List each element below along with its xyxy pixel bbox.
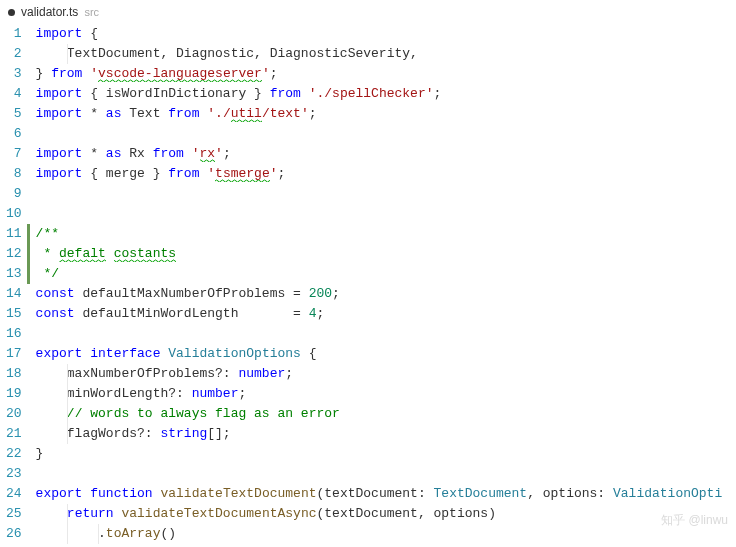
indent-guide-icon	[67, 44, 68, 64]
code-token: ;	[270, 66, 278, 81]
watermark: 知乎 @linwu	[661, 512, 728, 529]
code-token: ;	[238, 386, 246, 401]
code-line[interactable]: export function validateTextDocument(tex…	[36, 484, 723, 504]
code-token: export	[36, 346, 83, 361]
code-token: '	[262, 66, 270, 81]
code-token: *	[36, 246, 59, 261]
code-token: flagWords?:	[36, 426, 161, 441]
code-token: // words to always flag as an error	[67, 406, 340, 421]
code-token: '	[90, 66, 98, 81]
code-token: from	[168, 166, 199, 181]
code-line[interactable]: import {	[36, 24, 723, 44]
code-token: '	[270, 166, 278, 181]
code-token: '	[207, 166, 215, 181]
code-line[interactable]: flagWords?: string[];	[36, 424, 723, 444]
line-number: 25	[6, 504, 22, 524]
line-number: 8	[6, 164, 22, 184]
line-number: 22	[6, 444, 22, 464]
code-token: ValidationOptions	[168, 346, 301, 361]
line-number: 4	[6, 84, 22, 104]
editor[interactable]: 1234567891011121314151617181920212223242…	[0, 24, 736, 544]
code-area[interactable]: import { TextDocument, Diagnostic, Diagn…	[36, 24, 723, 544]
code-token: './	[207, 106, 230, 121]
code-token: from	[270, 86, 301, 101]
code-token: { merge }	[82, 166, 168, 181]
code-token: interface	[90, 346, 160, 361]
line-number: 13	[6, 264, 22, 284]
line-number: 23	[6, 464, 22, 484]
code-line[interactable]: import * as Rx from 'rx';	[36, 144, 723, 164]
code-line[interactable]: } from 'vscode-languageserver';	[36, 64, 723, 84]
code-token: './spellChecker'	[309, 86, 434, 101]
code-token: Text	[121, 106, 168, 121]
code-line[interactable]	[36, 464, 723, 484]
tab-bar: validator.ts src	[0, 0, 736, 24]
code-line[interactable]: // words to always flag as an error	[36, 404, 723, 424]
code-token: /text'	[262, 106, 309, 121]
code-line[interactable]: }	[36, 444, 723, 464]
code-token: {	[301, 346, 317, 361]
indent-guide-icon	[67, 404, 68, 424]
code-line[interactable]: const defaultMaxNumberOfProblems = 200;	[36, 284, 723, 304]
code-line[interactable]	[36, 324, 723, 344]
code-line[interactable]: * defalt costants	[36, 244, 723, 264]
code-token: costants	[114, 246, 176, 262]
code-line[interactable]: TextDocument, Diagnostic, DiagnosticSeve…	[36, 44, 723, 64]
code-line[interactable]: .toArray()	[36, 524, 723, 544]
code-line[interactable]	[36, 184, 723, 204]
line-number: 21	[6, 424, 22, 444]
code-token: defalt	[59, 246, 106, 262]
code-line[interactable]	[36, 204, 723, 224]
code-token: import	[36, 86, 83, 101]
code-line[interactable]: import { merge } from 'tsmerge';	[36, 164, 723, 184]
code-token: *	[82, 106, 105, 121]
code-token: from	[153, 146, 184, 161]
code-line[interactable]: const defaultMinWordLength = 4;	[36, 304, 723, 324]
code-token: }	[36, 446, 44, 461]
modified-dot-icon	[8, 9, 15, 16]
code-token: '	[215, 146, 223, 161]
code-line[interactable]: export interface ValidationOptions {	[36, 344, 723, 364]
line-number: 11	[6, 224, 22, 244]
code-token	[36, 406, 67, 421]
line-number-gutter: 1234567891011121314151617181920212223242…	[0, 24, 36, 544]
code-line[interactable]: */	[36, 264, 723, 284]
line-number: 20	[6, 404, 22, 424]
indent-guide-icon	[67, 504, 68, 524]
code-token	[301, 86, 309, 101]
doc-change-bar-icon	[27, 264, 30, 284]
code-line[interactable]	[36, 124, 723, 144]
code-token: as	[106, 106, 122, 121]
code-token	[106, 246, 114, 261]
code-token: number	[192, 386, 239, 401]
code-token: validateTextDocument	[160, 486, 316, 501]
code-token: TextDocument	[434, 486, 528, 501]
line-number: 24	[6, 484, 22, 504]
tab-filename[interactable]: validator.ts	[21, 5, 78, 19]
code-line[interactable]: /**	[36, 224, 723, 244]
code-token: ;	[309, 106, 317, 121]
code-token	[184, 146, 192, 161]
line-number: 12	[6, 244, 22, 264]
code-token: .	[36, 526, 106, 541]
code-token: (textDocument, options)	[317, 506, 496, 521]
line-number: 14	[6, 284, 22, 304]
line-number: 10	[6, 204, 22, 224]
code-line[interactable]: import { isWordInDictionary } from './sp…	[36, 84, 723, 104]
code-token: '	[192, 146, 200, 161]
code-line[interactable]: maxNumberOfProblems?: number;	[36, 364, 723, 384]
code-token: *	[82, 146, 105, 161]
code-token: ;	[223, 146, 231, 161]
code-token: ;	[434, 86, 442, 101]
code-token: { isWordInDictionary }	[82, 86, 269, 101]
indent-guide-icon	[98, 524, 99, 544]
code-line[interactable]: minWordLength?: number;	[36, 384, 723, 404]
code-token: import	[36, 106, 83, 121]
code-line[interactable]: import * as Text from './util/text';	[36, 104, 723, 124]
doc-change-bar-icon	[27, 244, 30, 264]
code-token: number	[238, 366, 285, 381]
code-token: const	[36, 286, 75, 301]
code-line[interactable]: return validateTextDocumentAsync(textDoc…	[36, 504, 723, 524]
code-token: defaultMinWordLength =	[75, 306, 309, 321]
code-token: ()	[160, 526, 176, 541]
